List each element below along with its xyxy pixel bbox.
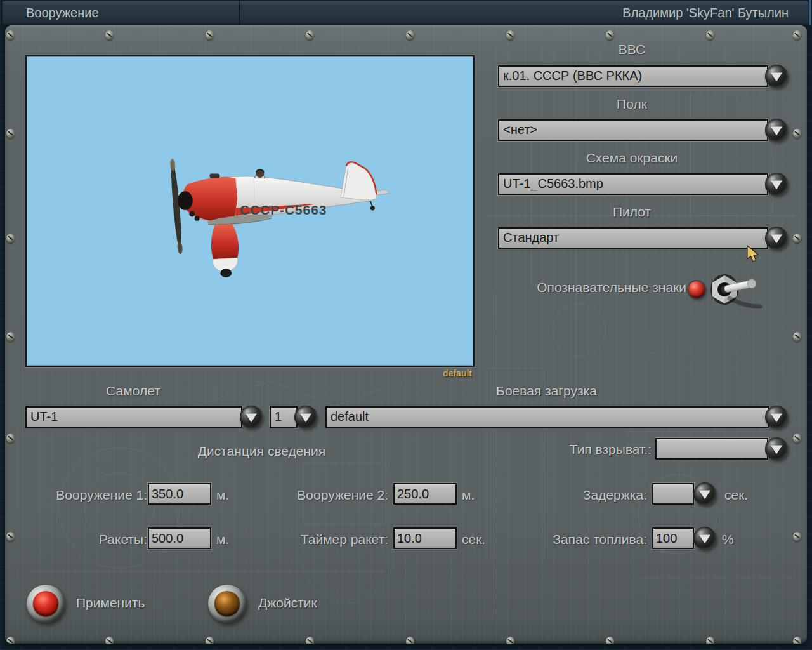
apply-button[interactable] [27,585,65,623]
screw-icon [206,637,214,644]
screw-icon [306,30,314,40]
aircraft-combobox[interactable]: UT-1 [25,406,242,428]
screw-icon [206,30,214,40]
pilot-label: Пилот [498,204,766,220]
weapon2-label: Вооружение 2: [279,488,388,503]
rocket-timer-label: Таймер ракет: [279,532,388,547]
rockets-input[interactable] [148,527,211,549]
arrow-down-icon [300,413,311,422]
screw-icon [105,30,114,40]
joystick-button-dome [214,591,240,616]
weapon1-unit: м. [216,488,229,503]
screw-icon [6,637,15,644]
delay-input[interactable] [652,483,694,505]
screw-icon [506,637,514,644]
screw-icon [6,434,15,443]
airforce-combobox[interactable]: к.01. СССР (ВВС РККА) [498,65,768,87]
pilot-combobox[interactable]: Стандарт [498,227,768,249]
player-name: Владимир 'SkyFan' Бутылин [622,6,789,20]
aircraft-count-field[interactable]: 1 [270,406,298,428]
screw-icon [306,637,314,644]
screw-icon [793,30,801,40]
screw-icon [793,332,801,342]
loadout-label: Боевая загрузка [325,383,768,399]
screw-icon [6,532,15,541]
top-right-accent [809,0,811,25]
screw-icon [506,30,514,40]
apply-button-label: Применить [76,595,145,611]
skin-dropdown-button[interactable] [765,173,788,196]
weapon2-input[interactable] [393,483,457,505]
arrow-down-icon [699,490,710,499]
tab-armament-label: Вооружение [26,6,99,20]
joystick-button-label: Джойстик [258,595,317,611]
rocket-timer-unit: сек. [462,532,485,547]
loadout-combobox[interactable]: default [325,406,769,428]
skin-label: Схема окраски [498,150,766,166]
rockets-unit: м. [216,532,229,547]
mouse-cursor [746,245,760,263]
arrow-down-icon [771,413,782,422]
registration-text: СССР-С5663 [240,202,327,217]
fuze-label: Тип взрыват.: [546,442,652,457]
markings-indicator-lamp [688,281,705,298]
arrow-down-icon [771,180,782,189]
skin-caption: default [409,368,472,378]
regiment-dropdown-button[interactable] [765,119,788,142]
arrow-down-icon [771,72,782,81]
pilot-dropdown-button[interactable] [765,227,788,249]
aircraft-label: Самолет [25,383,241,399]
armament-screen: Вооружение Владимир 'SkyFan' Бутылин [0,0,812,650]
airforce-label: ВВС [498,42,766,57]
skin-combobox[interactable]: UT-1_C5663.bmp [498,173,768,195]
count-dropdown-button[interactable] [294,406,317,428]
screw-icon [793,129,801,138]
fuze-dropdown-button[interactable] [765,437,788,460]
screw-icon [6,332,15,342]
screw-icon [793,532,801,541]
aircraft-preview: СССР-С5663 [25,55,475,367]
arrow-down-icon [771,126,782,135]
screw-icon [6,234,15,243]
aircraft-preview-image: СССР-С5663 [27,56,471,363]
delay-label: Задержка: [538,488,647,503]
markings-label: Опознавательные знаки [496,280,686,295]
markings-toggle-switch[interactable] [705,272,766,310]
weapon1-input[interactable] [148,483,211,505]
rockets-label: Ракеты: [38,532,147,547]
airforce-dropdown-button[interactable] [765,65,788,88]
apply-button-dome [33,591,58,616]
aircraft-dropdown-button[interactable] [240,406,263,428]
screw-icon [606,637,614,644]
fuze-combobox[interactable] [655,438,768,460]
screw-icon [793,234,801,243]
rocket-timer-input[interactable] [393,527,457,549]
arrow-down-icon [699,534,710,543]
screw-icon [6,30,15,40]
convergence-title: Дистанция сведения [152,444,371,459]
player-name-bar: Владимир 'SkyFan' Бутылин [239,1,809,26]
delay-unit: сек. [724,488,748,503]
screw-icon [105,637,114,644]
regiment-combobox[interactable]: <нет> [498,119,768,141]
fuel-dropdown-button[interactable] [693,527,716,550]
fuel-label: Запас топлива: [538,532,647,547]
weapon1-label: Вооружение 1: [38,488,147,503]
arrow-down-icon [771,445,782,454]
screw-icon [406,637,414,644]
arrow-down-icon [246,413,257,422]
joystick-button[interactable] [208,585,246,623]
screw-icon [706,30,714,40]
screw-icon [793,637,801,644]
tab-armament[interactable]: Вооружение [1,1,259,26]
screw-icon [6,129,15,138]
arrow-down-icon [771,234,782,243]
fuel-input[interactable] [652,527,694,549]
screw-icon [606,30,614,40]
weapon2-unit: м. [462,488,475,503]
screw-icon [793,434,801,443]
loadout-dropdown-button[interactable] [765,406,788,428]
screw-icon [406,30,414,40]
delay-dropdown-button[interactable] [693,482,716,505]
screw-icon [706,637,714,644]
